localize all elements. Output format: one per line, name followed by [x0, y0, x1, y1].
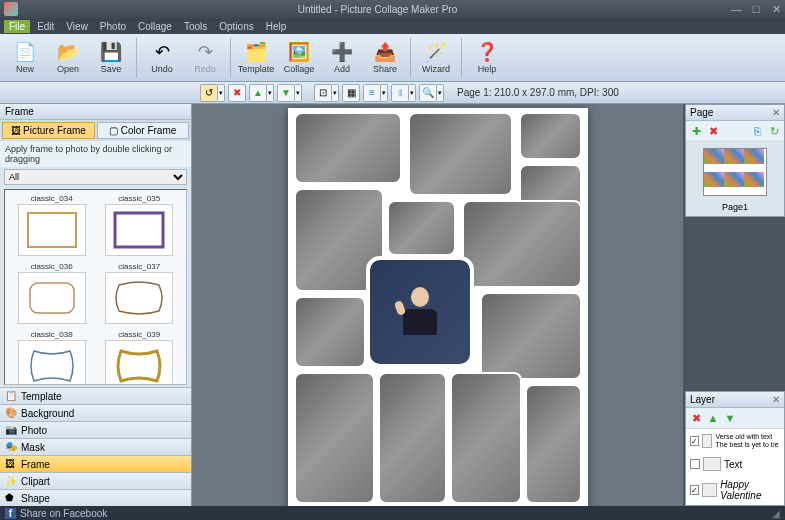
redo-button[interactable]: ↷Redo	[184, 36, 226, 80]
wizard-button[interactable]: 🪄Wizard	[415, 36, 457, 80]
new-icon: 📄	[14, 41, 36, 63]
accordion-frame[interactable]: 🖼Frame	[0, 455, 191, 472]
help-button[interactable]: ❓Help	[466, 36, 508, 80]
layer-down-button[interactable]: ▼	[723, 411, 737, 425]
grid-button[interactable]: ▦	[342, 84, 360, 102]
delete-button[interactable]: ✖	[228, 84, 246, 102]
collage-icon: 🖼️	[288, 41, 310, 63]
accordion-mask[interactable]: 🎭Mask	[0, 438, 191, 455]
dropdown-icon[interactable]: ▾	[218, 84, 225, 102]
accordion-template[interactable]: 📋Template	[0, 387, 191, 404]
frame-item[interactable]: classic_039	[97, 330, 183, 385]
color-frame-icon: ▢	[109, 125, 118, 136]
frame-item[interactable]: classic_036	[9, 262, 95, 328]
page-add-button[interactable]: ✚	[689, 124, 703, 138]
close-icon[interactable]: ✕	[772, 394, 780, 405]
frame-label: classic_038	[9, 330, 95, 339]
accordion-clipart[interactable]: ✨Clipart	[0, 472, 191, 489]
layer-visibility-checkbox[interactable]: ✓	[690, 485, 699, 495]
align-button[interactable]: ≡	[363, 84, 381, 102]
save-button[interactable]: 💾Save	[90, 36, 132, 80]
open-button[interactable]: 📂Open	[47, 36, 89, 80]
page-refresh-button[interactable]: ↻	[767, 124, 781, 138]
layer-visibility-checkbox[interactable]: ✓	[690, 436, 699, 446]
frame-thumbnail	[18, 272, 86, 324]
share-facebook-link[interactable]: Share on Facebook	[20, 508, 107, 519]
rotate-left-button[interactable]: ↺	[200, 84, 218, 102]
canvas-area[interactable]	[192, 104, 683, 506]
page-thumbnail[interactable]	[703, 148, 767, 196]
mask-icon: 🎭	[5, 441, 17, 453]
layer-row[interactable]: ✓Happy Valentine	[689, 478, 781, 502]
frame-item[interactable]: classic_038	[9, 330, 95, 385]
layer-row[interactable]: ✓Verse old with text The best is yet to …	[689, 432, 781, 450]
fit-button[interactable]: ⊡	[314, 84, 332, 102]
frame-hint: Apply frame to photo by double clicking …	[0, 141, 191, 167]
menu-view[interactable]: View	[61, 20, 93, 33]
frame-label: classic_037	[97, 262, 183, 271]
template-icon: 🗂️	[245, 41, 267, 63]
dropdown-icon[interactable]: ▾	[332, 84, 339, 102]
layer-row[interactable]: Text	[689, 456, 781, 472]
resize-grip-icon[interactable]: ◢	[772, 508, 780, 519]
page-delete-button[interactable]: ✖	[706, 124, 720, 138]
frame-list[interactable]: classic_034classic_035classic_036classic…	[4, 189, 187, 385]
frame-label: classic_035	[97, 194, 183, 203]
frame-thumbnail	[18, 204, 86, 256]
statusbar: f Share on Facebook ◢	[0, 506, 785, 520]
collage-canvas[interactable]	[288, 108, 588, 506]
share-icon: 📤	[374, 41, 396, 63]
up-button[interactable]: ▲	[249, 84, 267, 102]
dropdown-icon[interactable]: ▾	[381, 84, 388, 102]
menubar: File Edit View Photo Collage Tools Optio…	[0, 18, 785, 34]
menu-edit[interactable]: Edit	[32, 20, 59, 33]
template-button[interactable]: 🗂️Template	[235, 36, 277, 80]
new-button[interactable]: 📄New	[4, 36, 46, 80]
tab-color-frame[interactable]: ▢ Color Frame	[97, 122, 190, 139]
menu-photo[interactable]: Photo	[95, 20, 131, 33]
frame-thumbnail	[105, 204, 173, 256]
left-panel: Frame 🖼 Picture Frame ▢ Color Frame Appl…	[0, 104, 192, 506]
center-photo[interactable]	[366, 256, 474, 368]
layer-delete-button[interactable]: ✖	[689, 411, 703, 425]
accordion-photo[interactable]: 📷Photo	[0, 421, 191, 438]
frame-item[interactable]: classic_037	[97, 262, 183, 328]
layer-visibility-checkbox[interactable]	[690, 459, 700, 469]
add-button[interactable]: ➕Add	[321, 36, 363, 80]
menu-options[interactable]: Options	[214, 20, 258, 33]
menu-collage[interactable]: Collage	[133, 20, 177, 33]
dropdown-icon[interactable]: ▾	[295, 84, 302, 102]
layer-thumb	[702, 483, 717, 497]
page-info: Page 1: 210.0 x 297.0 mm, DPI: 300	[457, 87, 619, 98]
layer-up-button[interactable]: ▲	[706, 411, 720, 425]
undo-button[interactable]: ↶Undo	[141, 36, 183, 80]
tab-picture-frame[interactable]: 🖼 Picture Frame	[2, 122, 95, 139]
menu-tools[interactable]: Tools	[179, 20, 212, 33]
accordion-background[interactable]: 🎨Background	[0, 404, 191, 421]
help-icon: ❓	[476, 41, 498, 63]
distribute-button[interactable]: ⫴	[391, 84, 409, 102]
close-button[interactable]: ✕	[771, 4, 781, 14]
frame-item[interactable]: classic_035	[97, 194, 183, 260]
share-button[interactable]: 📤Share	[364, 36, 406, 80]
background-icon: 🎨	[5, 407, 17, 419]
dropdown-icon[interactable]: ▾	[267, 84, 274, 102]
page-copy-button[interactable]: ⎘	[750, 124, 764, 138]
photo-icon: 📷	[5, 424, 17, 436]
down-button[interactable]: ▼	[277, 84, 295, 102]
collage-button[interactable]: 🖼️Collage	[278, 36, 320, 80]
close-icon[interactable]: ✕	[772, 107, 780, 118]
menu-help[interactable]: Help	[261, 20, 292, 33]
frame-filter-select[interactable]: All	[4, 169, 187, 185]
dropdown-icon[interactable]: ▾	[409, 84, 416, 102]
minimize-button[interactable]: —	[731, 4, 741, 14]
page-label: Page1	[686, 202, 784, 212]
dropdown-icon[interactable]: ▾	[437, 84, 444, 102]
maximize-button[interactable]: □	[751, 4, 761, 14]
menu-file[interactable]: File	[4, 20, 30, 33]
main-toolbar: 📄New 📂Open 💾Save ↶Undo ↷Redo 🗂️Template …	[0, 34, 785, 82]
accordion-shape[interactable]: ⬟Shape	[0, 489, 191, 506]
frame-item[interactable]: classic_034	[9, 194, 95, 260]
facebook-icon[interactable]: f	[5, 508, 16, 519]
zoom-button[interactable]: 🔍	[419, 84, 437, 102]
